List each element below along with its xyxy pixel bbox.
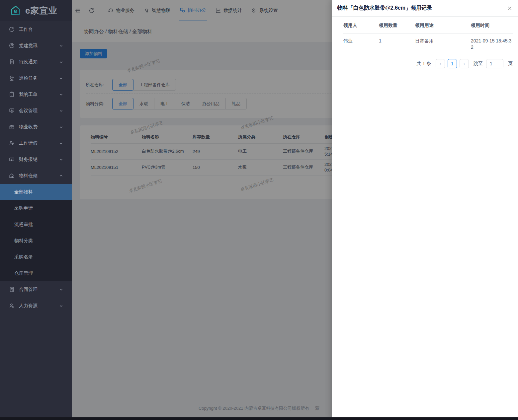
map-pin-icon (9, 75, 15, 81)
sidebar-item-work-leave[interactable]: 工作请假 (0, 135, 72, 151)
drawer-header: 物料「白色防水胶带@2.6cm」领用记录 (332, 0, 518, 17)
sidebar-item-label: 物料仓储 (19, 173, 59, 179)
sub-item-label: 仓库管理 (14, 270, 33, 276)
sidebar-item-label: 党建党讯 (19, 43, 59, 49)
usage-purpose: 日常备用 (415, 34, 471, 51)
sidebar-item-contract-mgmt[interactable]: 合同管理 (0, 281, 72, 298)
monitor-icon (9, 108, 15, 113)
sub-item-label: 采购名录 (14, 254, 33, 260)
chevron-down-icon (59, 158, 63, 162)
chevron-down-icon (59, 125, 63, 129)
pagination: 共 1 条 ‹ 1 › 跳至 页 (416, 59, 513, 68)
svg-text:e: e (14, 8, 18, 14)
jump-page-input[interactable] (486, 59, 503, 68)
sub-item-label: 流程审批 (14, 222, 33, 228)
sidebar-item-label: 我的工单 (19, 92, 59, 98)
usage-time: 2021-09-15 18:45:32 (471, 34, 513, 51)
sidebar-item-label: 行政通知 (19, 59, 59, 65)
chevron-down-icon (59, 93, 63, 97)
app-window: e e家宜业 工作台 党建党讯 行政通知 巡检任务 (0, 0, 518, 420)
sidebar-item-label: 工作请假 (19, 140, 59, 146)
page-1-button[interactable]: 1 (448, 59, 457, 68)
sidebar-item-label: 会议管理 (19, 108, 59, 114)
chevron-down-icon (59, 60, 63, 64)
usage-qty: 1 (379, 34, 415, 51)
logo-text: e家宜业 (25, 5, 57, 17)
party-flag-icon (9, 43, 15, 48)
sidebar-item-material-warehouse[interactable]: 物料仓储 (0, 168, 72, 184)
close-icon[interactable] (506, 5, 513, 12)
drawer-title: 物料「白色防水胶带@2.6cm」领用记录 (337, 5, 432, 12)
sub-item-label: 采购申请 (14, 205, 33, 211)
chevron-up-icon (59, 174, 63, 178)
sidebar-item-label: 人力资源 (19, 303, 59, 309)
warehouse-icon (9, 173, 15, 178)
sidebar-item-human-resources[interactable]: 人力资源 (0, 298, 72, 314)
logo-house-icon: e (10, 5, 21, 16)
pagination-total: 共 1 条 (416, 61, 431, 67)
page-suffix-label: 页 (508, 61, 513, 67)
sidebar-nav: 工作台 党建党讯 行政通知 巡检任务 我的工单 (0, 21, 72, 314)
prev-page-button[interactable]: ‹ (436, 59, 445, 68)
sidebar-item-material-category[interactable]: 物料分类 (0, 233, 72, 249)
sidebar-item-label: 工作台 (19, 27, 63, 33)
sidebar-item-purchase-request[interactable]: 采购申请 (0, 200, 72, 216)
usage-table-header: 领用人 领用数量 领用用途 领用时间 (343, 23, 513, 34)
sidebar-item-label: 物业收费 (19, 124, 59, 130)
col-purpose: 领用用途 (415, 23, 471, 34)
sidebar-item-label: 合同管理 (19, 287, 59, 293)
col-qty: 领用数量 (379, 23, 415, 34)
usage-records-table: 领用人 领用数量 领用用途 领用时间 伟业 1 日常备用 2021-09-15 … (343, 23, 513, 50)
chevron-down-icon (59, 304, 63, 308)
warehouse-submenu: 全部物料 采购申请 流程审批 物料分类 采购名录 仓库管理 (0, 184, 72, 281)
chevron-down-icon (59, 288, 63, 292)
col-time: 领用时间 (471, 23, 513, 34)
document-icon (9, 59, 15, 65)
sidebar-item-party-news[interactable]: 党建党讯 (0, 37, 72, 54)
sidebar-item-label: 巡检任务 (19, 75, 59, 81)
col-user: 领用人 (343, 23, 379, 34)
next-page-button[interactable]: › (460, 59, 469, 68)
sidebar-item-purchase-catalog[interactable]: 采购名录 (0, 249, 72, 265)
cashbox-icon (9, 124, 15, 130)
sidebar-item-admin-notice[interactable]: 行政通知 (0, 54, 72, 70)
jump-to-label: 跳至 (474, 61, 483, 67)
usage-record-drawer: 物料「白色防水胶带@2.6cm」领用记录 领用人 领用数量 领用用途 领用时间 … (332, 0, 518, 420)
usage-user-link[interactable]: 伟业 (343, 34, 379, 51)
sidebar-item-process-approval[interactable]: 流程审批 (0, 216, 72, 233)
sidebar-item-all-materials[interactable]: 全部物料 (0, 184, 72, 200)
chevron-down-icon (59, 109, 63, 113)
sidebar: e e家宜业 工作台 党建党讯 行政通知 巡检任务 (0, 0, 72, 417)
chevron-down-icon (59, 44, 63, 48)
chevron-down-icon (59, 141, 63, 145)
sidebar-item-inspection-tasks[interactable]: 巡检任务 (0, 70, 72, 86)
logo: e e家宜业 (0, 0, 72, 21)
dashboard-icon (9, 27, 15, 32)
sub-item-label: 全部物料 (14, 189, 33, 195)
sidebar-item-label: 财务报销 (19, 157, 59, 163)
sidebar-item-warehouse-mgmt[interactable]: 仓库管理 (0, 265, 72, 281)
clipboard-icon (9, 92, 15, 97)
window-bottom-edge (0, 417, 518, 420)
people-icon (9, 140, 15, 146)
sidebar-item-property-fees[interactable]: 物业收费 (0, 119, 72, 135)
table-row: 伟业 1 日常备用 2021-09-15 18:45:32 (343, 34, 513, 51)
chevron-down-icon (59, 76, 63, 80)
person-icon (9, 303, 15, 309)
sub-item-label: 物料分类 (14, 238, 33, 244)
sidebar-item-meeting-mgmt[interactable]: 会议管理 (0, 103, 72, 119)
sidebar-item-my-workorders[interactable]: 我的工单 (0, 86, 72, 103)
banknote-icon (9, 157, 15, 162)
sidebar-item-finance-reimburse[interactable]: 财务报销 (0, 151, 72, 168)
contract-icon (9, 287, 15, 292)
sidebar-item-workbench[interactable]: 工作台 (0, 21, 72, 37)
